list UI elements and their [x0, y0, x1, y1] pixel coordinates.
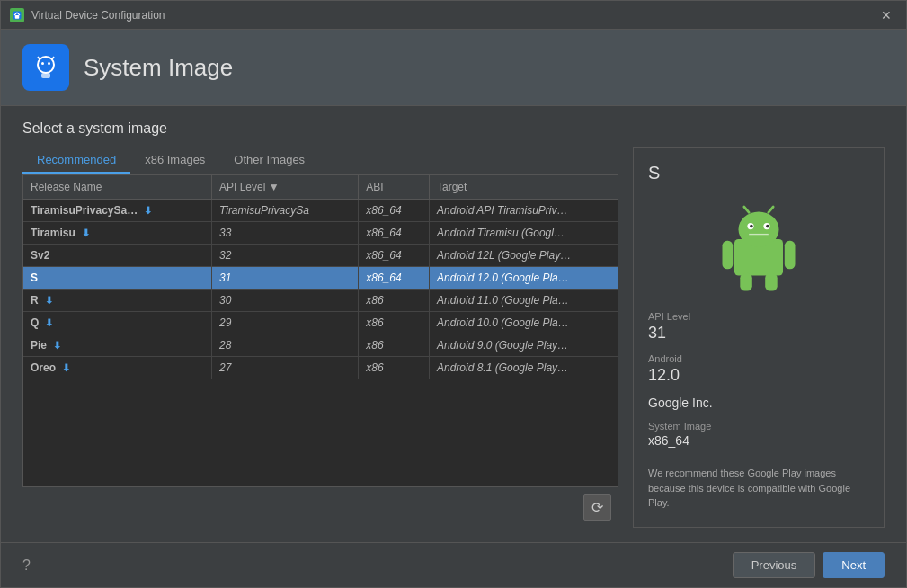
svg-line-15: [744, 207, 749, 212]
cell-api-level: 27: [211, 357, 358, 379]
cell-target: Android 11.0 (Google Pla…: [429, 290, 618, 312]
tab-bar: Recommended x86 Images Other Images: [22, 147, 618, 174]
svg-rect-8: [41, 73, 50, 78]
right-panel: S: [633, 147, 885, 528]
cell-release-name: Tiramisu ⬇: [23, 222, 211, 245]
svg-point-14: [766, 225, 769, 228]
table-header-row: Release Name API Level ▼ ABI Target: [23, 175, 618, 200]
svg-point-13: [750, 225, 753, 228]
dialog-content: Select a system image Recommended x86 Im…: [1, 106, 906, 542]
cell-target: Android 12L (Google Play…: [429, 245, 618, 267]
cell-target: Android Tiramisu (Googl…: [429, 222, 618, 245]
table-row[interactable]: Sv232x86_64Android 12L (Google Play…: [23, 245, 618, 267]
dialog-title: System Image: [84, 54, 233, 82]
table-row[interactable]: Oreo ⬇27x86Android 8.1 (Google Play…: [23, 357, 618, 379]
cell-abi: x86: [359, 312, 430, 334]
svg-rect-20: [765, 273, 778, 291]
title-bar: Virtual Device Configuration ✕: [1, 1, 906, 30]
cell-abi: x86_64: [359, 245, 430, 267]
cell-abi: x86_64: [359, 222, 430, 245]
app-icon: [10, 8, 24, 22]
table-row[interactable]: Pie ⬇28x86Android 9.0 (Google Play…: [23, 334, 618, 357]
cell-api-level: 28: [211, 334, 358, 357]
title-bar-left: Virtual Device Configuration: [10, 8, 165, 22]
cell-api-level: 31: [211, 267, 358, 290]
footer-buttons: Previous Next: [733, 552, 885, 578]
table-row[interactable]: Tiramisu ⬇33x86_64Android Tiramisu (Goog…: [23, 222, 618, 245]
header-icon: [22, 44, 69, 91]
cell-target: Android 10.0 (Google Pla…: [429, 312, 618, 334]
detail-system-image: System Image x86_64: [648, 421, 869, 448]
cell-target: Android 9.0 (Google Play…: [429, 334, 618, 357]
cell-api-level: 32: [211, 245, 358, 267]
table-row[interactable]: TiramisuPrivacySa… ⬇TiramisuPrivacySax86…: [23, 200, 618, 222]
cell-release-name: Sv2: [23, 245, 211, 267]
dialog-footer: ? Previous Next: [1, 542, 906, 587]
tab-recommended[interactable]: Recommended: [22, 147, 130, 174]
cell-release-name: TiramisuPrivacySa… ⬇: [23, 200, 211, 222]
cell-target: Android 12.0 (Google Pla…: [429, 267, 618, 290]
cell-abi: x86: [359, 357, 430, 379]
close-button[interactable]: ✕: [876, 6, 897, 24]
cell-release-name: R ⬇: [23, 290, 211, 312]
cell-release-name: Q ⬇: [23, 312, 211, 334]
dialog-header: System Image: [1, 30, 906, 106]
svg-line-16: [769, 207, 773, 212]
android-robot-image: [648, 198, 869, 297]
col-release-name[interactable]: Release Name: [23, 175, 211, 200]
refresh-button[interactable]: ⟳: [583, 494, 611, 521]
col-target[interactable]: Target: [429, 175, 618, 200]
cell-api-level: 29: [211, 312, 358, 334]
previous-button[interactable]: Previous: [733, 552, 816, 578]
cell-release-name: Pie ⬇: [23, 334, 211, 357]
cell-target: Android 8.1 (Google Play…: [429, 357, 618, 379]
svg-point-4: [41, 62, 44, 65]
col-abi[interactable]: ABI: [359, 175, 430, 200]
cell-release-name: Oreo ⬇: [23, 357, 211, 379]
main-area: Recommended x86 Images Other Images Rele…: [22, 147, 885, 528]
svg-rect-18: [785, 241, 796, 270]
tab-otherimages[interactable]: Other Images: [219, 147, 319, 174]
tab-x86images[interactable]: x86 Images: [130, 147, 219, 174]
cell-release-name: S: [23, 267, 211, 290]
table-row[interactable]: Q ⬇29x86Android 10.0 (Google Pla…: [23, 312, 618, 334]
svg-rect-1: [15, 15, 20, 19]
section-title: Select a system image: [22, 120, 885, 137]
left-panel: Recommended x86 Images Other Images Rele…: [22, 147, 618, 528]
system-image-table: Release Name API Level ▼ ABI Target: [22, 174, 618, 487]
next-button[interactable]: Next: [823, 552, 885, 578]
cell-abi: x86_64: [359, 200, 430, 222]
main-window: Virtual Device Configuration ✕ System Im…: [0, 0, 907, 588]
cell-api-level: TiramisuPrivacySa: [211, 200, 358, 222]
title-bar-text: Virtual Device Configuration: [31, 9, 165, 22]
table-row[interactable]: S31x86_64Android 12.0 (Google Pla…: [23, 267, 618, 290]
help-button[interactable]: ?: [22, 557, 31, 574]
detail-android-version: Android 12.0: [648, 353, 869, 385]
table-row[interactable]: R ⬇30x86Android 11.0 (Google Pla…: [23, 290, 618, 312]
detail-vendor: Google Inc.: [648, 396, 869, 410]
cell-api-level: 33: [211, 222, 358, 245]
detail-api-level: API Level 31: [648, 311, 869, 343]
cell-abi: x86: [359, 334, 430, 357]
table-footer: ⟳: [22, 487, 618, 528]
cell-abi: x86: [359, 290, 430, 312]
cell-api-level: 30: [211, 290, 358, 312]
cell-abi: x86_64: [359, 267, 430, 290]
svg-point-10: [739, 211, 779, 247]
svg-point-5: [48, 62, 50, 65]
detail-recommend-text: We recommend these Google Play images be…: [648, 466, 869, 511]
col-api-level[interactable]: API Level ▼: [211, 175, 358, 200]
svg-rect-17: [723, 241, 734, 270]
svg-rect-19: [740, 273, 752, 291]
detail-title: S: [648, 163, 869, 183]
cell-target: Android API TiramisuPriv…: [429, 200, 618, 222]
